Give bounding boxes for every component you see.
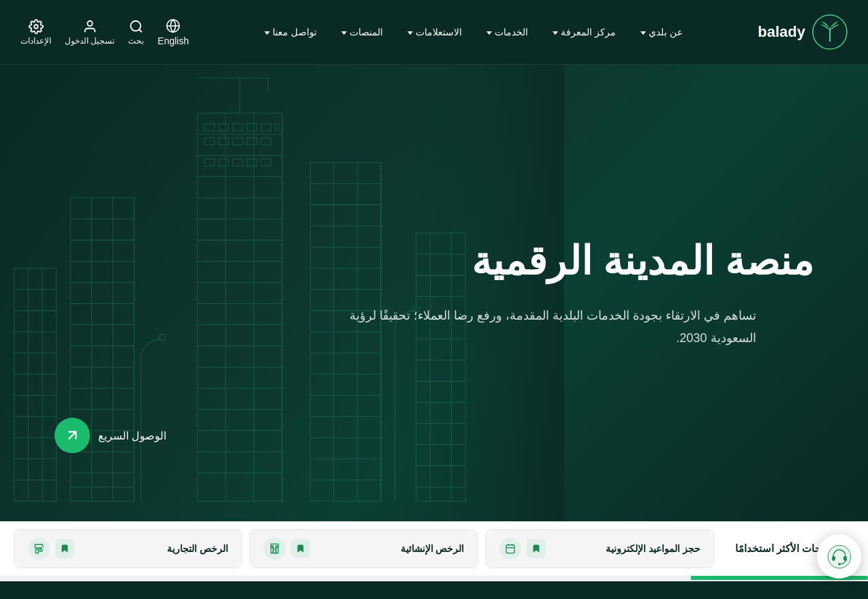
nav-item-about[interactable]: عن بلدي [628, 27, 695, 37]
search-button[interactable]: بحث [128, 19, 144, 46]
nav-item-services[interactable]: الخدمات [474, 27, 540, 37]
svg-rect-37 [247, 138, 256, 144]
product-icon-bookmark-2 [291, 539, 310, 558]
svg-rect-116 [506, 545, 514, 553]
login-button[interactable]: تسجيل الدخول [65, 19, 114, 46]
chevron-down-icon [640, 31, 646, 35]
product-card-icons [499, 538, 546, 559]
settings-button[interactable]: الإعدادات [20, 19, 51, 46]
logo-text: balady [758, 23, 805, 41]
nav-item-inquiries[interactable]: الاستعلامات [395, 27, 474, 37]
svg-rect-40 [219, 159, 228, 166]
nav-item-platforms[interactable]: المنصات [329, 27, 395, 37]
svg-point-4 [87, 20, 92, 25]
product-icon-building [264, 538, 285, 559]
svg-rect-123 [273, 549, 276, 553]
product-card-icons [264, 538, 310, 559]
nav-item-knowledge[interactable]: مركز المعرفة [540, 27, 628, 37]
svg-rect-127 [40, 549, 42, 551]
product-icon-bookmark-3 [55, 539, 74, 558]
svg-rect-39 [204, 159, 214, 166]
svg-rect-35 [219, 138, 228, 144]
svg-rect-30 [233, 124, 243, 131]
svg-rect-125 [276, 546, 277, 548]
product-card-appointments[interactable]: حجز المواعيد الإلكترونية [485, 529, 714, 568]
chevron-down-icon [486, 31, 492, 35]
product-icon-store [28, 538, 50, 559]
svg-rect-29 [219, 124, 228, 131]
svg-rect-41 [233, 159, 243, 166]
svg-rect-42 [247, 159, 256, 166]
chevron-down-icon [264, 31, 270, 35]
svg-point-5 [34, 25, 38, 29]
hero-section: منصة المدينة الرقمية تساهم في الارتقاء ب… [0, 65, 868, 521]
svg-rect-36 [233, 138, 243, 144]
svg-rect-124 [272, 546, 273, 548]
products-bar: المنتجات الأكثر استخدامًا حجز المواعيد ا… [0, 521, 868, 576]
chevron-down-icon [341, 31, 347, 35]
quick-access-area: الوصول السريع [55, 418, 166, 453]
chat-support-button[interactable] [817, 534, 861, 579]
svg-point-3 [131, 20, 141, 31]
header-utils: English بحث تسجيل الدخول الإعدادات [20, 18, 189, 46]
quick-access-label: الوصول السريع [98, 429, 166, 442]
svg-rect-32 [261, 124, 270, 131]
svg-point-131 [838, 563, 841, 566]
product-card-construction[interactable]: الرخص الإنشائية [249, 529, 478, 568]
svg-rect-33 [275, 124, 279, 131]
chevron-down-icon [407, 31, 413, 35]
product-icon-bookmark [527, 539, 546, 558]
svg-rect-126 [35, 549, 38, 553]
hero-title: منصة المدينة الرقمية [347, 237, 813, 285]
language-switcher[interactable]: English [157, 18, 189, 46]
product-card-text: الرخص التجارية [167, 543, 228, 554]
main-nav: عن بلدي مركز المعرفة الخدمات الاستعلامات [189, 27, 758, 37]
product-card-commercial[interactable]: الرخص التجارية [14, 529, 243, 568]
chevron-down-icon [553, 31, 558, 35]
quick-access-button[interactable] [55, 418, 90, 453]
svg-rect-34 [204, 138, 214, 144]
svg-rect-38 [261, 138, 270, 144]
svg-rect-31 [247, 124, 256, 131]
hero-content: منصة المدينة الرقمية تساهم في الارتقاء ب… [0, 237, 868, 349]
product-card-icons [28, 538, 74, 559]
hero-subtitle: تساهم في الارتقاء بجودة الخدمات البلدية … [347, 305, 756, 349]
svg-rect-28 [204, 124, 214, 131]
site-header: balady عن بلدي مركز المعرفة الخدمات [0, 0, 868, 65]
logo[interactable]: balady [758, 14, 848, 50]
product-card-text: الرخص الإنشائية [401, 543, 465, 554]
nav-item-contact[interactable]: تواصل معنا [252, 27, 329, 37]
svg-rect-43 [261, 159, 270, 166]
product-card-text: حجز المواعيد الإلكترونية [606, 543, 700, 554]
svg-rect-129 [832, 555, 835, 560]
product-icon-calendar [499, 538, 521, 559]
